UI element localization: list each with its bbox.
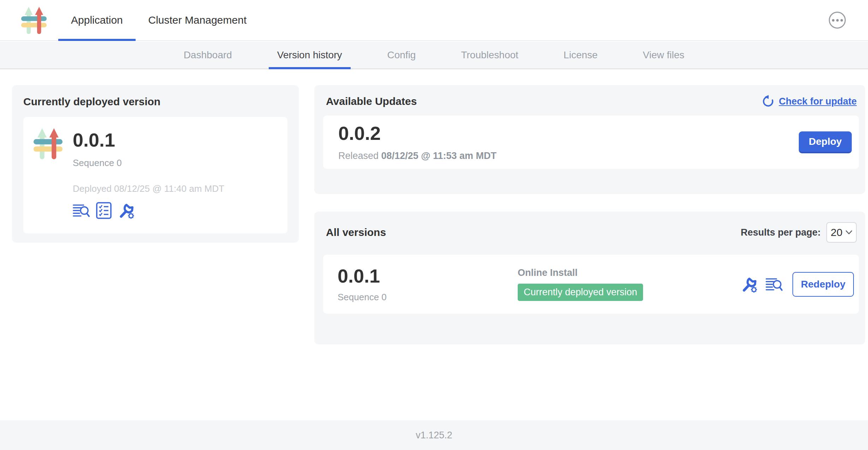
tab-application-label: Application — [71, 14, 123, 26]
results-per-page-value: 20 — [831, 226, 842, 238]
subnav-item-license[interactable]: License — [555, 42, 606, 69]
available-updates-header: Available Updates Check for update — [326, 95, 857, 108]
check-for-update-link[interactable]: Check for update — [762, 95, 857, 108]
version-row-version-col: 0.0.1 Sequence 0 — [338, 266, 518, 302]
deployed-sequence: Sequence 0 — [73, 158, 224, 168]
app-logo-icon — [33, 127, 63, 160]
subnav-item-label: Troubleshoot — [461, 49, 518, 61]
subnav-item-label: View files — [643, 49, 684, 61]
diff-icon[interactable] — [766, 276, 783, 293]
more-menu-button[interactable] — [829, 12, 846, 29]
config-wrench-icon[interactable] — [118, 202, 135, 219]
app-logo-icon: .lg{fill:var(--logo-green)}.lr{fill:var(… — [21, 6, 47, 35]
currently-deployed-card: 0.0.1 Sequence 0 Deployed 08/12/25 @ 11:… — [23, 117, 287, 233]
available-updates-title: Available Updates — [326, 95, 417, 107]
update-released-line: Released 08/12/25 @ 11:53 am MDT — [338, 150, 497, 161]
check-for-update-label: Check for update — [779, 96, 857, 107]
deployed-timestamp: Deployed 08/12/25 @ 11:40 am MDT — [73, 183, 224, 194]
subnav-item-dashboard[interactable]: Dashboard — [175, 42, 240, 69]
currently-deployed-panel: Currently deployed version 0.0.1 Sequenc… — [12, 85, 299, 243]
deployed-version: 0.0.1 — [73, 130, 224, 150]
diff-icon[interactable] — [73, 202, 90, 219]
all-versions-title: All versions — [326, 226, 386, 238]
ellipsis-dot — [840, 19, 843, 22]
app-footer: v1.125.2 — [0, 420, 868, 450]
subnav-item-troubleshoot[interactable]: Troubleshoot — [452, 42, 527, 69]
subnav-item-version-history[interactable]: Version history — [269, 42, 351, 69]
released-prefix: Released — [338, 150, 379, 161]
header-tabs: Application Cluster Management — [58, 0, 259, 40]
version-row-status-col: Online Install Currently deployed versio… — [518, 267, 643, 301]
deployed-actions — [73, 202, 224, 219]
version-row: 0.0.1 Sequence 0 Online Install Currentl… — [323, 255, 859, 314]
refresh-icon — [762, 95, 774, 108]
row-version: 0.0.1 — [338, 266, 518, 286]
console-version: v1.125.2 — [416, 430, 452, 441]
subnav-item-config[interactable]: Config — [379, 42, 424, 69]
all-versions-header: All versions Results per page: 20 — [326, 222, 857, 243]
update-version: 0.0.2 — [338, 123, 497, 144]
currently-deployed-title: Currently deployed version — [23, 96, 287, 108]
results-per-page: Results per page: 20 — [741, 222, 857, 243]
tab-cluster-management[interactable]: Cluster Management — [136, 0, 259, 40]
results-per-page-select[interactable]: 20 — [826, 222, 857, 243]
tab-cluster-management-label: Cluster Management — [148, 14, 246, 26]
preflight-checklist-icon[interactable] — [95, 202, 112, 219]
ellipsis-dot — [832, 19, 834, 22]
config-wrench-icon[interactable] — [741, 276, 758, 293]
released-timestamp: 08/12/25 @ 11:53 am MDT — [381, 150, 497, 161]
subnav-item-view-files[interactable]: View files — [634, 42, 693, 69]
update-info: 0.0.2 Released 08/12/25 @ 11:53 am MDT — [338, 123, 497, 161]
subnav-item-label: Config — [387, 49, 416, 61]
all-versions-panel: All versions Results per page: 20 0.0.1 … — [314, 212, 865, 344]
deployed-info: 0.0.1 Sequence 0 Deployed 08/12/25 @ 11:… — [73, 127, 224, 225]
redeploy-button[interactable]: Redeploy — [792, 272, 854, 297]
app-header: .lg{fill:var(--logo-green)}.lr{fill:var(… — [0, 0, 868, 41]
install-type-label: Online Install — [518, 267, 578, 278]
update-card: 0.0.2 Released 08/12/25 @ 11:53 am MDT D… — [323, 116, 859, 169]
subnav-item-label: License — [564, 49, 598, 61]
ellipsis-dot — [836, 19, 839, 22]
currently-deployed-badge: Currently deployed version — [518, 284, 643, 301]
chevron-down-icon — [845, 230, 852, 235]
available-updates-panel: Available Updates Check for update 0.0.2… — [314, 85, 865, 194]
version-row-actions: Redeploy — [741, 272, 854, 297]
app-subnav: Dashboard Version history Config Trouble… — [0, 42, 868, 69]
version-history-page: .lg{fill:var(--logo-green)}.lr{fill:var(… — [0, 0, 868, 450]
deploy-button[interactable]: Deploy — [799, 131, 852, 153]
tab-application[interactable]: Application — [58, 0, 136, 40]
subnav-item-label: Version history — [277, 49, 342, 61]
row-sequence: Sequence 0 — [338, 292, 518, 303]
results-per-page-label: Results per page: — [741, 227, 821, 238]
subnav-item-label: Dashboard — [184, 49, 232, 61]
